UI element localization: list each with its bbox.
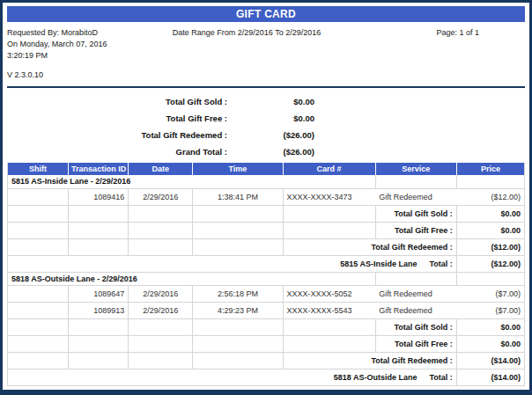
- group-summary-row: Total Gift Redeemed :($12.00): [8, 238, 525, 255]
- summary-label: Total Gift Sold :: [7, 93, 227, 110]
- group-total-cell: 5818 AS-Outside LaneTotal :: [8, 369, 457, 385]
- cell-empty: [8, 238, 69, 255]
- column-header-transaction-id: Transaction ID: [69, 163, 129, 175]
- cell-empty: [8, 318, 69, 335]
- requested-time-text: 3:20:19 PM: [7, 50, 141, 62]
- cell-empty: [8, 352, 69, 369]
- table-header-row: ShiftTransaction IDDateTimeCard #Service…: [8, 163, 525, 175]
- group-summary-label: Total Gift Redeemed :: [283, 352, 456, 369]
- cell-empty: [129, 318, 193, 335]
- cell-empty: [193, 335, 283, 352]
- group-header-cell: 5815 AS-Inside Lane - 2/29/2016: [8, 175, 376, 188]
- transaction-row: 10896472/29/20162:56:18 PMXXXX-XXXX-5052…: [8, 285, 525, 302]
- cell-empty: [193, 318, 283, 335]
- group-summary-row: Total Gift Sold :$0.00: [8, 205, 525, 222]
- group-summary-value: $0.00: [456, 335, 524, 352]
- group-summary-row: Total Gift Free :$0.00: [8, 222, 525, 238]
- transaction-row: 10894162/29/20161:38:41 PMXXXX-XXXX-3473…: [8, 188, 525, 205]
- cell-transaction-id: 1089647: [69, 285, 129, 302]
- summary-value: $0.00: [227, 110, 314, 127]
- summary-label: Grand Total :: [7, 143, 227, 160]
- group-total-row: 5815 AS-Inside LaneTotal :($12.00): [8, 255, 525, 272]
- report-header-info: Requested By: MorabitoD On Monday, March…: [7, 27, 525, 81]
- transaction-row: 10899132/29/20164:29:23 PMXXXX-XXXX-5543…: [8, 302, 525, 318]
- group-total-value: ($12.00): [456, 255, 524, 272]
- group-summary-label: Total Gift Redeemed :: [283, 238, 456, 255]
- header-divider: [7, 86, 525, 88]
- group-summary-row: Total Gift Free :$0.00: [8, 335, 525, 352]
- group-summary-value: $0.00: [456, 318, 524, 335]
- cell-date: 2/29/2016: [129, 302, 193, 318]
- group-total-row: 5818 AS-Outside LaneTotal :($14.00): [8, 369, 525, 385]
- cell-price: ($12.00): [456, 188, 524, 205]
- cell-empty: [283, 205, 375, 222]
- group-total-label: Total :: [430, 260, 453, 268]
- group-header-row: 5818 AS-Outside Lane - 2/29/2016: [8, 272, 525, 285]
- cell-transaction-id: 1089913: [69, 302, 129, 318]
- cell-price: ($7.00): [456, 302, 524, 318]
- cell-empty: [283, 335, 375, 352]
- cell-card: XXXX-XXXX-5052: [283, 285, 375, 302]
- cell-time: 2:56:18 PM: [193, 285, 283, 302]
- cell-empty: [193, 238, 283, 255]
- version-text: V 2.3.0.10: [7, 69, 141, 81]
- cell-shift: [8, 302, 69, 318]
- cell-shift: [8, 285, 69, 302]
- group-header-row: 5815 AS-Inside Lane - 2/29/2016: [8, 175, 525, 188]
- column-header-price: Price: [456, 163, 524, 175]
- summary-label: Total Gift Free :: [7, 110, 227, 127]
- cell-service: Gift Redeemed: [375, 188, 456, 205]
- summary-row: Total Gift Redeemed : ($26.00): [7, 127, 525, 143]
- group-summary-label: Total Gift Sold :: [375, 318, 456, 335]
- report-content: GIFT CARD Requested By: MorabitoD On Mon…: [3, 3, 529, 386]
- cell-empty: [193, 205, 283, 222]
- cell-service: Gift Redeemed: [375, 302, 456, 318]
- cell-empty: [129, 238, 193, 255]
- group-summary-label: Total Gift Sold :: [375, 205, 456, 222]
- cell-price: ($7.00): [456, 285, 524, 302]
- cell-empty: [69, 238, 129, 255]
- cell-card: XXXX-XXXX-3473: [283, 188, 375, 205]
- summary-value: ($26.00): [227, 127, 314, 143]
- group-summary-row: Total Gift Redeemed :($14.00): [8, 352, 525, 369]
- cell-empty: [8, 335, 69, 352]
- cell-empty: [283, 222, 375, 238]
- report-title: GIFT CARD: [236, 8, 296, 20]
- cell-time: 4:29:23 PM: [193, 302, 283, 318]
- cell-time: 1:38:41 PM: [193, 188, 283, 205]
- cell-empty: [69, 222, 129, 238]
- table-header: ShiftTransaction IDDateTimeCard #Service…: [8, 163, 525, 175]
- cell-card: XXXX-XXXX-5543: [283, 302, 375, 318]
- cell-empty: [129, 335, 193, 352]
- date-range-text: Date Range From 2/29/2016 To 2/29/2016: [141, 27, 352, 81]
- group-summary-label: Total Gift Free :: [375, 222, 456, 238]
- request-info-block: Requested By: MorabitoD On Monday, March…: [7, 27, 141, 81]
- group-summary-value: ($12.00): [456, 238, 524, 255]
- transactions-table: ShiftTransaction IDDateTimeCard #Service…: [7, 163, 525, 386]
- group-total-name: 5815 AS-Inside Lane: [340, 260, 417, 268]
- group-summary-value: $0.00: [456, 205, 524, 222]
- summary-value: $0.00: [227, 93, 314, 110]
- report-summary: Total Gift Sold : $0.00 Total Gift Free …: [7, 93, 525, 160]
- cell-empty: [129, 205, 193, 222]
- cell-empty: [8, 222, 69, 238]
- cell-empty: [456, 175, 524, 188]
- table-body: 5815 AS-Inside Lane - 2/29/201610894162/…: [8, 175, 525, 385]
- column-header-shift: Shift: [8, 163, 69, 175]
- column-header-card: Card #: [283, 163, 375, 175]
- summary-row: Grand Total : ($26.00): [7, 143, 525, 160]
- summary-row: Total Gift Free : $0.00: [7, 110, 525, 127]
- cell-empty: [69, 318, 129, 335]
- cell-service: Gift Redeemed: [375, 285, 456, 302]
- summary-label: Total Gift Redeemed :: [7, 127, 227, 143]
- cell-empty: [456, 272, 524, 285]
- cell-empty: [375, 175, 456, 188]
- cell-empty: [8, 205, 69, 222]
- group-header-cell: 5818 AS-Outside Lane - 2/29/2016: [8, 272, 376, 285]
- group-summary-label: Total Gift Free :: [375, 335, 456, 352]
- cell-empty: [283, 318, 375, 335]
- cell-empty: [193, 222, 283, 238]
- group-total-name: 5818 AS-Outside Lane: [334, 373, 417, 382]
- cell-transaction-id: 1089416: [69, 188, 129, 205]
- cell-empty: [375, 272, 456, 285]
